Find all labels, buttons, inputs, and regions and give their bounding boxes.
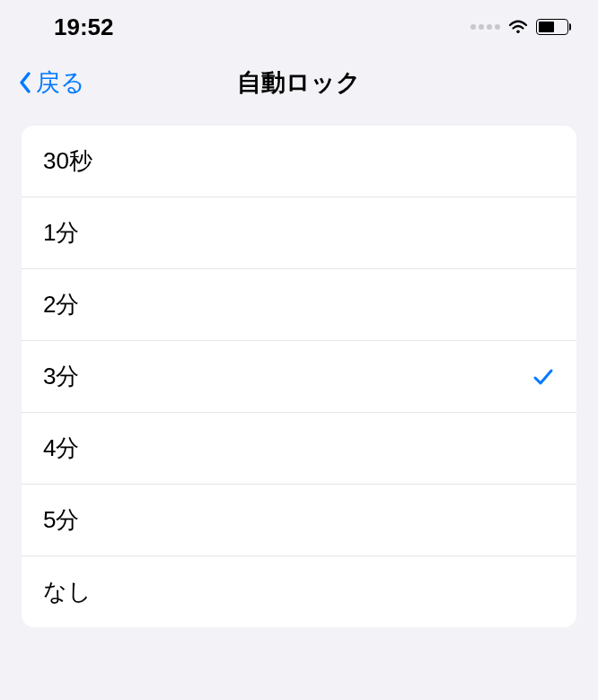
cellular-dots-icon [470,24,500,30]
list-item[interactable]: 4分 [22,413,576,485]
page-title: 自動ロック [237,66,361,99]
list-item[interactable]: 30秒 [22,126,576,197]
list-item-label: なし [43,576,92,608]
list-item-label: 3分 [43,361,79,392]
list-item-label: 4分 [43,433,79,464]
list-item-label: 30秒 [43,145,92,177]
list-item-label: 2分 [43,289,79,320]
status-right [470,18,571,36]
list-item[interactable]: 5分 [22,485,576,556]
back-button[interactable]: 戻る [18,66,85,99]
nav-bar: 戻る 自動ロック [0,54,598,126]
list-item[interactable]: 3分 [22,341,576,413]
wifi-icon [507,18,529,36]
list-item[interactable]: 1分 [22,197,576,269]
list-item-label: 1分 [43,217,79,249]
check-icon [532,365,555,389]
status-bar: 19:52 [0,0,598,54]
list-item-label: 5分 [43,504,79,536]
list-item[interactable]: 2分 [22,269,576,341]
options-list: 30秒1分2分3分4分5分なし [22,126,576,627]
chevron-left-icon [18,71,32,94]
battery-icon [536,19,571,35]
back-label: 戻る [36,66,85,99]
list-item[interactable]: なし [22,556,576,627]
status-time: 19:52 [54,13,114,41]
